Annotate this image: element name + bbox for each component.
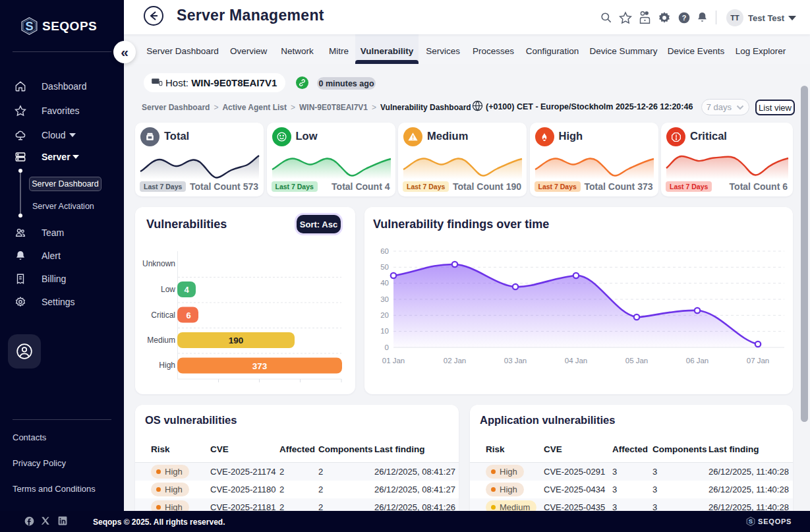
svg-text:High: High (159, 361, 175, 370)
svg-text:01 Jan: 01 Jan (382, 357, 405, 365)
svg-text:60: 60 (380, 247, 389, 255)
svg-text:05 Jan: 05 Jan (625, 357, 649, 365)
svg-text:07 Jan: 07 Jan (747, 357, 770, 365)
svg-text:40: 40 (380, 279, 389, 287)
svg-text:Critical: Critical (151, 310, 175, 320)
svg-text:30: 30 (380, 295, 389, 303)
svg-text:10: 10 (380, 327, 389, 335)
svg-text:Unknown: Unknown (142, 259, 175, 268)
svg-text:?: ? (682, 14, 687, 22)
svg-text:190: 190 (229, 336, 244, 345)
svg-text:Low: Low (161, 285, 175, 294)
svg-text:20: 20 (380, 311, 389, 319)
svg-text:6: 6 (186, 310, 190, 320)
svg-text:4: 4 (184, 285, 189, 295)
svg-text:0: 0 (385, 343, 389, 351)
svg-text:03 Jan: 03 Jan (504, 357, 527, 365)
svg-text:S: S (749, 517, 753, 525)
svg-text:S: S (25, 19, 33, 33)
svg-text:06 Jan: 06 Jan (686, 357, 709, 365)
svg-text:373: 373 (252, 361, 268, 371)
svg-text:50: 50 (380, 263, 389, 271)
svg-text:04 Jan: 04 Jan (565, 357, 588, 365)
svg-text:02 Jan: 02 Jan (444, 357, 467, 365)
svg-text:Medium: Medium (147, 336, 175, 345)
